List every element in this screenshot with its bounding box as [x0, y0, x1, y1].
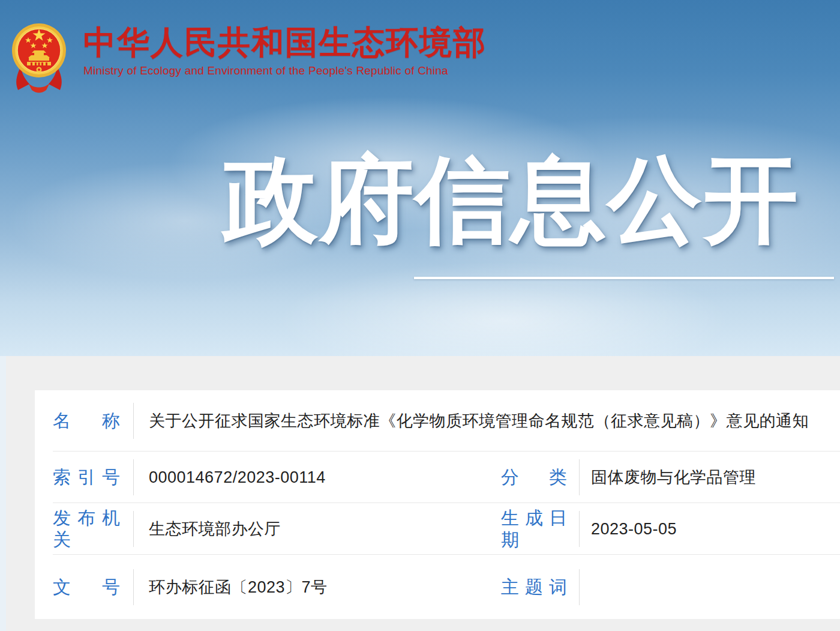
divider-issuer — [133, 511, 134, 547]
brand-text: 中华人民共和国生态环境部 Ministry of Ecology and Env… — [83, 16, 487, 77]
field-label-category: 分类 — [501, 466, 567, 488]
national-emblem-icon — [10, 16, 68, 97]
divider-keywords — [579, 569, 580, 605]
field-label-name: 名称 — [53, 410, 120, 432]
info-row-name: 名称 关于公开征求国家生态环境标准《化学物质环境管理命名规范（征求意见稿）》意见… — [35, 390, 840, 451]
site-name-zh: 中华人民共和国生态环境部 — [83, 25, 487, 59]
info-row-docno-keywords: 文号 环办标征函〔2023〕7号 主题词 — [35, 555, 840, 619]
info-row-index-category: 索引号 000014672/2023-00114 分类 固体废物与化学品管理 — [35, 451, 840, 503]
info-row-issuer-date: 发布机关 生态环境部办公厅 生成日期 2023-05-05 — [35, 503, 840, 555]
field-label-index: 索引号 — [53, 466, 120, 488]
field-value-issuer: 生态环境部办公厅 — [149, 518, 281, 540]
field-value-category: 固体废物与化学品管理 — [591, 466, 756, 488]
field-label-date: 生成日期 — [501, 507, 567, 551]
field-value-docno: 环办标征函〔2023〕7号 — [149, 576, 328, 598]
divider-date — [579, 511, 580, 547]
field-label-issuer: 发布机关 — [53, 507, 120, 551]
field-value-date: 2023-05-05 — [591, 520, 677, 539]
content-wrapper: 名称 关于公开征求国家生态环境标准《化学物质环境管理命名规范（征求意见稿）》意见… — [6, 356, 840, 631]
header-brand[interactable]: 中华人民共和国生态环境部 Ministry of Ecology and Env… — [10, 16, 487, 97]
field-value-name: 关于公开征求国家生态环境标准《化学物质环境管理命名规范（征求意见稿）》意见的通知 — [149, 410, 809, 432]
divider-category — [579, 459, 580, 495]
info-panel: 名称 关于公开征求国家生态环境标准《化学物质环境管理命名规范（征求意见稿）》意见… — [35, 390, 840, 619]
site-name-en: Ministry of Ecology and Environment of t… — [83, 64, 487, 77]
field-label-docno: 文号 — [53, 576, 120, 598]
banner-title: 政府信息公开 — [223, 148, 799, 252]
divider-name — [133, 403, 134, 439]
field-value-index: 000014672/2023-00114 — [149, 468, 326, 487]
divider-docno — [133, 569, 134, 605]
divider-index — [133, 459, 134, 495]
banner-underline — [414, 277, 834, 279]
field-label-keywords: 主题词 — [501, 576, 567, 598]
